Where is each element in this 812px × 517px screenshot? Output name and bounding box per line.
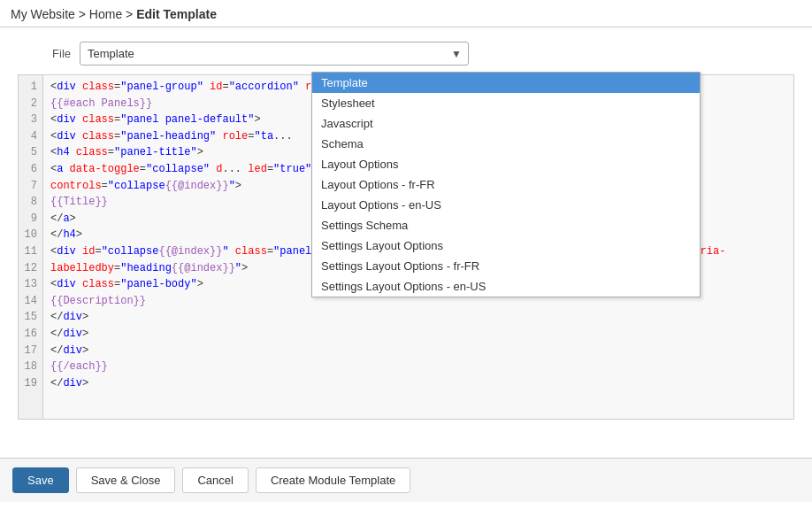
file-select[interactable]: Template Stylesheet Javascript Schema La… bbox=[80, 42, 469, 66]
file-label: File bbox=[18, 47, 71, 60]
dropdown-option-settings-layout-fr[interactable]: Settings Layout Options - fr-FR bbox=[312, 256, 700, 276]
line-numbers: 12345678910111213141516171819 bbox=[19, 75, 43, 419]
dropdown-option-template[interactable]: Template bbox=[312, 73, 700, 93]
bottom-bar: Save Save & Close Cancel Create Module T… bbox=[0, 458, 812, 502]
dropdown-option-settings-layout[interactable]: Settings Layout Options bbox=[312, 235, 700, 256]
dropdown-option-layout-options-en[interactable]: Layout Options - en-US bbox=[312, 195, 700, 215]
dropdown-option-schema[interactable]: Schema bbox=[312, 134, 700, 154]
dropdown-option-settings-schema[interactable]: Settings Schema bbox=[312, 215, 700, 235]
dropdown-option-stylesheet[interactable]: Stylesheet bbox=[312, 93, 700, 113]
dropdown-overlay[interactable]: Template Stylesheet Javascript Schema La… bbox=[311, 72, 701, 297]
create-module-template-button[interactable]: Create Module Template bbox=[256, 467, 410, 493]
save-button[interactable]: Save bbox=[12, 467, 69, 493]
cancel-button[interactable]: Cancel bbox=[182, 467, 248, 493]
dropdown-option-javascript[interactable]: Javascript bbox=[312, 113, 700, 134]
dropdown-option-settings-layout-en[interactable]: Settings Layout Options - en-US bbox=[312, 276, 700, 297]
dropdown-option-layout-options[interactable]: Layout Options bbox=[312, 154, 700, 174]
breadcrumb: My Website > Home > Edit Template bbox=[11, 7, 217, 21]
file-row: File Template Stylesheet Javascript Sche… bbox=[18, 42, 794, 66]
top-bar: My Website > Home > Edit Template bbox=[0, 0, 812, 27]
dropdown-option-layout-options-fr[interactable]: Layout Options - fr-FR bbox=[312, 174, 700, 195]
select-wrapper: Template Stylesheet Javascript Schema La… bbox=[80, 42, 469, 66]
main-content: File Template Stylesheet Javascript Sche… bbox=[0, 27, 812, 502]
save-close-button[interactable]: Save & Close bbox=[76, 467, 176, 493]
